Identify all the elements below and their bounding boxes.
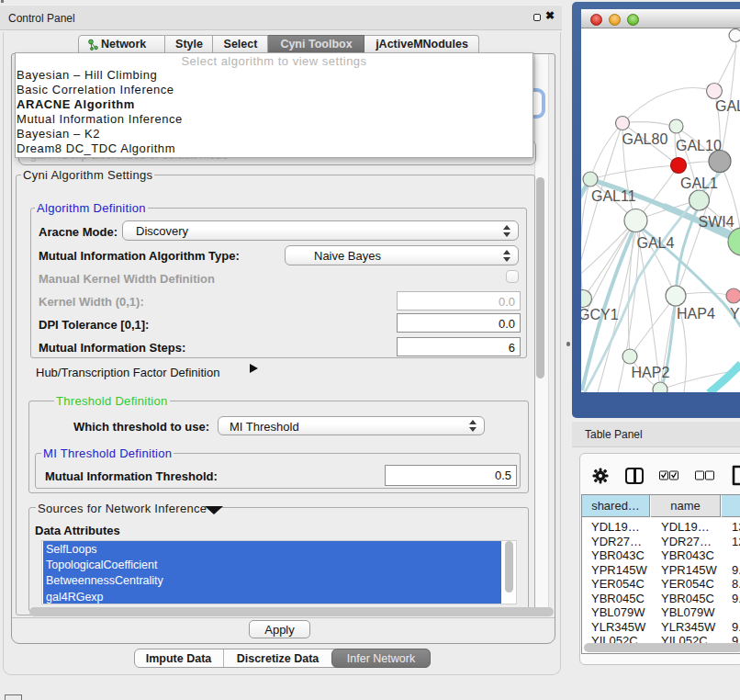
svg-text:GAL4: GAL4 [637,235,675,251]
svg-text:SWI4: SWI4 [699,214,734,230]
svg-text:HAP2: HAP2 [632,365,670,380]
svg-text:Y: Y [730,306,740,322]
svg-text:GAL10: GAL10 [676,138,722,153]
svg-text:GAL1: GAL1 [680,175,718,191]
svg-text:HAP4: HAP4 [677,306,715,322]
svg-text:GAL80: GAL80 [622,131,668,147]
svg-text:GAL11: GAL11 [591,188,636,204]
svg-text:GCY1: GCY1 [581,307,619,322]
svg-text:GAL: GAL [715,98,740,114]
